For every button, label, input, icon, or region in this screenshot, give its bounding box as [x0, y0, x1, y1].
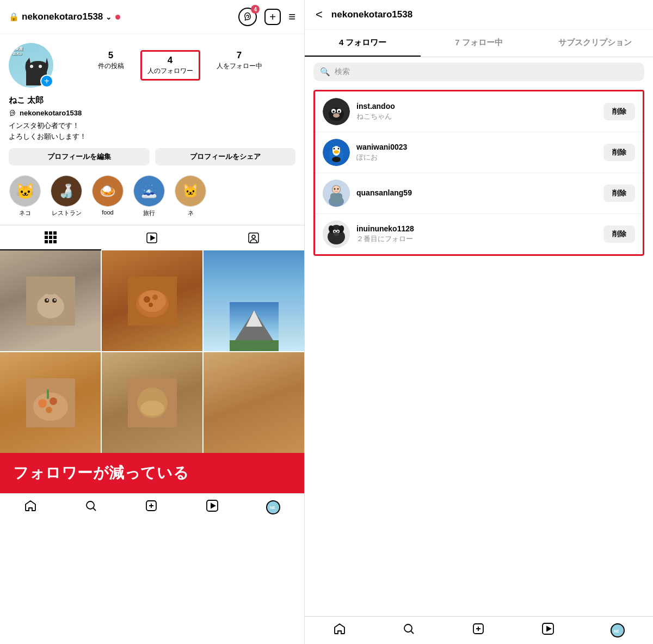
highlight-circle-neko: 🐱 [9, 175, 41, 207]
svg-text:NE: NE [270, 506, 275, 510]
svg-point-57 [333, 113, 340, 118]
content-tabs [0, 225, 304, 250]
tab-followers[interactable]: 4 フォロワー [305, 30, 421, 57]
follower-avatar-3[interactable] [323, 180, 350, 207]
profile-username-header[interactable]: 🔒 nekonekotaro1538 ⌄ [9, 11, 120, 22]
profile-display-name: ねこ 太郎 [9, 95, 295, 106]
follower-username-4: inuinuneko1128 [356, 224, 597, 233]
svg-rect-7 [53, 236, 57, 239]
follower-subtext-4: ２番目にフォロー [356, 234, 597, 244]
left-panel: 🔒 nekonekotaro1538 ⌄ 4 + [0, 0, 305, 644]
photo-art-5 [102, 352, 202, 453]
menu-button[interactable]: ≡ [288, 10, 295, 24]
photo-art-6 [204, 352, 304, 453]
following-stat[interactable]: 7 人をフォロー中 [217, 50, 262, 81]
right-nav-add-button[interactable] [472, 622, 485, 639]
svg-point-22 [54, 299, 56, 300]
svg-marker-88 [547, 627, 551, 631]
right-nav-search-button[interactable] [402, 622, 415, 639]
search-input-placeholder: 検索 [335, 67, 350, 77]
svg-rect-10 [53, 240, 57, 243]
tab-following[interactable]: 7 フォロー中 [421, 30, 537, 57]
svg-point-83 [337, 231, 339, 232]
header-username-text: nekonekotaro1538 [22, 11, 103, 22]
followers-list: inst.andoo ねこちゃん 削除 [313, 90, 644, 256]
followers-stat[interactable]: 4 人のフォロワー [140, 50, 200, 81]
profile-top-row: 雑貨屋 NEKo [9, 43, 295, 88]
nav-search-button[interactable] [84, 499, 97, 516]
highlight-more[interactable]: 🐱 ネ [174, 175, 207, 217]
svg-point-43 [87, 501, 94, 509]
follower-row-4: inuinuneko1128 ２番目にフォロー 削除 [315, 214, 643, 254]
tab-tagged[interactable] [203, 225, 304, 250]
search-bar[interactable]: 🔍 検索 [313, 63, 644, 81]
grid-photo-2[interactable] [102, 250, 202, 351]
follower-avatar-1[interactable] [323, 98, 350, 125]
svg-text:NE: NE [614, 629, 619, 633]
svg-marker-46 [211, 504, 215, 508]
delete-button-2[interactable]: 削除 [603, 144, 635, 161]
highlight-circle-restaurant: 🍶 [51, 175, 82, 207]
food-colorful-photo-art [0, 352, 101, 453]
following-label: 人をフォロー中 [217, 62, 262, 71]
svg-rect-5 [45, 236, 48, 239]
grid-photo-1[interactable] [0, 250, 101, 351]
svg-point-67 [332, 157, 341, 162]
svg-point-56 [338, 111, 340, 113]
delete-button-1[interactable]: 削除 [603, 103, 635, 120]
profile-avatar[interactable]: 雑貨屋 NEKo [9, 43, 53, 88]
right-nav-home-button[interactable] [333, 622, 346, 639]
grid-photo-4[interactable] [0, 352, 101, 453]
right-nav-reels-button[interactable] [541, 622, 555, 639]
highlight-food[interactable]: 🍛 food [91, 175, 124, 217]
nav-reels-button[interactable] [206, 499, 219, 516]
nav-profile-button[interactable]: NE [266, 500, 280, 514]
follower-username-3: quansanlang59 [356, 188, 597, 197]
tab-subscriptions[interactable]: サブスクリプション [537, 30, 653, 57]
threads-button[interactable]: 4 [238, 8, 257, 26]
following-count: 7 [237, 50, 242, 61]
add-story-button[interactable]: + [40, 75, 53, 88]
follower-avatar-2[interactable] [323, 139, 350, 166]
follower-row-3: quansanlang59 削除 [315, 173, 643, 214]
bottom-nav-right: NE [305, 616, 653, 644]
svg-point-82 [334, 231, 336, 232]
right-nav-profile-button[interactable]: NE [611, 623, 625, 637]
highlight-image-more: 🐱 [175, 176, 206, 206]
followers-count: 4 [168, 55, 173, 66]
svg-point-38 [46, 407, 52, 413]
photo-grid [0, 250, 304, 453]
delete-button-4[interactable]: 削除 [603, 225, 635, 243]
back-button[interactable]: < [316, 8, 323, 22]
grid-photo-5[interactable] [102, 352, 202, 453]
share-profile-button[interactable]: プロフィールをシェア [155, 148, 296, 165]
follower-username-2: waniwani0023 [356, 143, 597, 151]
highlight-restaurant[interactable]: 🍶 レストラン [50, 175, 83, 217]
follower-row-1: inst.andoo ねこちゃん 削除 [315, 91, 643, 132]
follower-info-1: inst.andoo ねこちゃん [356, 102, 597, 121]
right-spacer [305, 259, 653, 616]
create-button[interactable]: + [264, 9, 281, 25]
edit-profile-button[interactable]: プロフィールを編集 [9, 148, 150, 165]
svg-point-21 [46, 299, 48, 300]
highlight-neko[interactable]: 🐱 ネコ [9, 175, 41, 217]
profile-stats: 5 件の投稿 4 人のフォロワー 7 人をフォロー中 [64, 50, 295, 81]
grid-photo-6[interactable] [204, 352, 304, 453]
highlight-label-restaurant: レストラン [52, 209, 82, 217]
highlight-travel[interactable]: 🗻 旅行 [133, 175, 165, 217]
nav-home-button[interactable] [24, 499, 37, 516]
nav-add-button[interactable] [145, 499, 158, 516]
tab-grid[interactable] [0, 225, 101, 250]
follower-info-2: waniwani0023 ぽにお [356, 143, 597, 162]
svg-point-73 [337, 188, 339, 190]
svg-point-25 [139, 290, 166, 312]
svg-point-26 [144, 296, 150, 303]
follower-avatar-4[interactable] [323, 220, 350, 248]
delete-button-3[interactable]: 削除 [603, 185, 635, 202]
grid-photo-3[interactable] [204, 250, 304, 351]
profile-section: 雑貨屋 NEKo [0, 34, 304, 225]
tab-reels[interactable] [101, 225, 202, 250]
highlight-circle-travel: 🗻 [133, 175, 165, 207]
svg-point-85 [404, 624, 412, 632]
cat-avatar-svg [323, 98, 350, 125]
